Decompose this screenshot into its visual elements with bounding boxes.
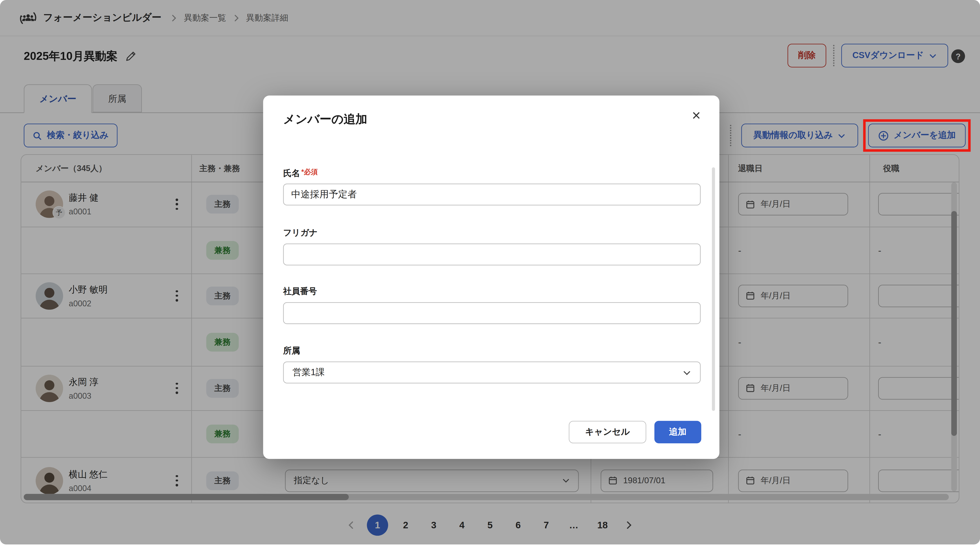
close-icon[interactable]: × [692,108,700,123]
name-label-text: 氏名 [283,168,300,178]
department-select-value: 営業1課 [293,367,325,379]
cancel-button[interactable]: キャンセル [569,421,646,443]
name-input[interactable] [283,184,700,205]
cancel-button-label: キャンセル [585,427,630,438]
department-field-label: 所属 [283,345,300,356]
department-select[interactable]: 営業1課 [283,361,700,383]
name-field-label: 氏名*必須 [283,167,318,179]
chevron-down-icon [682,368,691,377]
modal-title: メンバーの追加 [283,111,367,127]
furigana-input[interactable] [283,244,700,265]
furigana-field-label: フリガナ [283,228,318,239]
modal-scrollbar-thumb[interactable] [712,167,715,411]
submit-add-button[interactable]: 追加 [654,421,701,443]
employee-number-field-label: 社員番号 [283,286,317,297]
employee-number-input[interactable] [283,302,700,324]
add-member-modal: メンバーの追加 × 氏名*必須 フリガナ 社員番号 所属 営業1課 キャンセル … [263,96,719,459]
required-mark: *必須 [301,168,318,175]
submit-add-label: 追加 [669,427,687,438]
viewport: フォーメーションビルダー 異動案一覧 異動案詳細 2025年10月異動案 削除 … [0,0,980,555]
